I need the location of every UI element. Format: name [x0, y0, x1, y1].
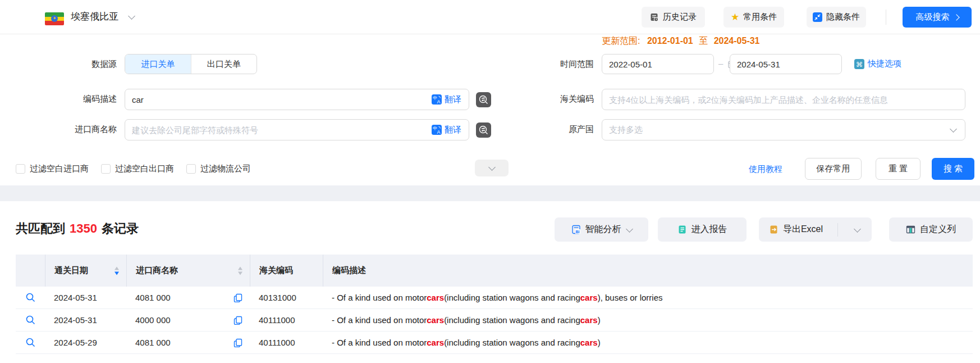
country-selector[interactable]: 埃塞俄比亚 — [71, 10, 134, 23]
checkbox-icon[interactable] — [186, 164, 196, 174]
search-button[interactable]: 搜 索 — [932, 158, 974, 180]
summary-suffix: 条记录 — [102, 221, 139, 235]
checkbox-filter-logistics[interactable]: 过滤物流公司 — [186, 164, 251, 174]
importer-name-label: 进口商名称 — [47, 124, 117, 135]
date-from-input[interactable] — [602, 55, 727, 74]
translate-icon: 中A — [432, 125, 442, 135]
importer-name-input[interactable] — [125, 120, 432, 140]
sort-date-control[interactable] — [115, 266, 119, 275]
export-excel-button[interactable]: 导出Excel — [759, 217, 872, 242]
ethiopia-flag-icon: ✦ — [45, 12, 64, 25]
exact-match-toggle[interactable] — [476, 92, 491, 107]
date-range-separator: – — [718, 58, 723, 68]
custom-columns-label: 自定义列 — [920, 224, 956, 235]
export-excel-label: 导出Excel — [783, 224, 823, 235]
favorites-label: 常用条件 — [743, 12, 777, 22]
advanced-search-button[interactable]: 高级搜索 — [903, 7, 972, 28]
exact-match-toggle[interactable] — [476, 122, 491, 138]
hide-conditions-button[interactable]: 隐藏条件 — [807, 7, 866, 28]
date-to-field[interactable] — [730, 54, 842, 74]
report-icon — [677, 225, 687, 234]
magnifier-icon[interactable] — [25, 337, 36, 348]
expand-panel-button[interactable] — [475, 160, 509, 176]
hs-code-cell: 40111000 — [250, 309, 323, 331]
button-divider — [837, 223, 838, 237]
translate-button[interactable]: 中A 翻译 — [432, 94, 469, 105]
custom-columns-button[interactable]: 自定义列 — [889, 217, 973, 242]
header-clearance-date: 通关日期 — [45, 255, 126, 287]
star-icon: ★ — [731, 12, 739, 22]
header-code-description: 编码描述 — [323, 255, 973, 287]
hs-code-cell: 40111000 — [250, 332, 323, 353]
date-from-field[interactable] — [602, 54, 714, 74]
sort-asc-icon[interactable] — [115, 266, 119, 270]
favorites-button[interactable]: ★ 常用条件 — [723, 7, 784, 28]
data-source-tabs: 进口关单 出口关单 — [125, 54, 257, 74]
hs-code-input[interactable] — [602, 89, 965, 110]
update-range-label: 更新范围: — [602, 36, 640, 46]
translate-label: 翻译 — [445, 125, 461, 135]
checkbox-label: 过滤物流公司 — [200, 164, 251, 174]
code-description-input[interactable] — [125, 89, 432, 110]
tab-export-declarations[interactable]: 出口关单 — [191, 55, 257, 74]
quick-options-label: 快捷选项 — [868, 58, 901, 69]
importer-name-field[interactable]: 中A 翻译 — [125, 119, 469, 140]
quick-options-link[interactable]: ⌘ 快捷选项 — [854, 58, 901, 69]
tutorial-link[interactable]: 使用教程 — [749, 164, 782, 175]
smart-analysis-button[interactable]: BI 智能分析 — [555, 217, 648, 242]
checkbox-filter-blank-importer[interactable]: 过滤空白进口商 — [16, 164, 89, 174]
table-row[interactable]: 2024-05-29 4081 000 40111000 - Of a kind… — [16, 332, 973, 354]
code-description-cell: - Of a kind used on motor cars (includin… — [323, 332, 973, 353]
origin-country-label: 原产国 — [533, 124, 594, 135]
magnifier-icon[interactable] — [25, 315, 36, 325]
excel-icon — [769, 225, 778, 234]
table-row[interactable]: 2024-05-31 4000 000 40111000 - Of a kind… — [16, 309, 973, 332]
hs-code-field[interactable] — [602, 89, 965, 110]
chevron-down-icon — [488, 164, 496, 171]
chevron-down-icon — [854, 225, 861, 233]
summary-count: 1350 — [70, 221, 97, 235]
copy-icon[interactable] — [233, 316, 242, 325]
sort-asc-icon[interactable] — [238, 266, 242, 270]
chevron-down-icon — [626, 225, 633, 233]
checkbox-filter-blank-exporter[interactable]: 过滤空白出口商 — [101, 164, 174, 174]
copy-icon[interactable] — [233, 293, 242, 302]
save-common-button[interactable]: 保存常用 — [805, 158, 862, 180]
hide-conditions-label: 隐藏条件 — [826, 12, 860, 22]
copy-icon[interactable] — [233, 338, 242, 347]
translate-label: 翻译 — [445, 94, 461, 105]
header-action-column — [16, 255, 45, 287]
code-description-field[interactable]: 中A 翻译 — [125, 89, 469, 110]
magnifier-icon[interactable] — [25, 292, 36, 303]
checkbox-icon[interactable] — [101, 164, 111, 174]
table-row[interactable]: 2024-05-31 4081 000 40131000 - Of a kind… — [16, 287, 973, 309]
code-description-label: 编码描述 — [56, 94, 117, 105]
export-options-button[interactable] — [842, 228, 872, 232]
code-description-cell: - Of a kind used on motor cars (includin… — [323, 287, 973, 308]
header-hs-code: 海关编码 — [250, 255, 323, 287]
translate-button[interactable]: 中A 翻译 — [432, 125, 469, 135]
collapse-icon — [813, 12, 822, 22]
hs-code-cell: 40131000 — [250, 287, 323, 308]
reset-button[interactable]: 重 置 — [876, 158, 921, 180]
checkbox-icon[interactable] — [16, 164, 25, 174]
hs-code-label: 海关编码 — [533, 94, 594, 105]
enter-report-button[interactable]: 进入报告 — [658, 217, 747, 242]
update-range-to: 2024-05-31 — [714, 36, 760, 46]
top-bar: ✦ 埃塞俄比亚 历史记录 ★ 常用条件 隐藏条件 高级搜索 — [0, 0, 980, 34]
update-range-from: 2012-01-01 — [647, 36, 693, 46]
tab-import-declarations[interactable]: 进口关单 — [125, 55, 191, 74]
clearance-date-cell: 2024-05-31 — [45, 287, 126, 308]
export-excel-main[interactable]: 导出Excel — [759, 224, 833, 235]
checkbox-label: 过滤空白出口商 — [115, 164, 174, 174]
row-detail-cell — [16, 332, 45, 353]
table-header: 通关日期 进口商名称 海关编码 编码描述 — [16, 255, 973, 287]
sort-desc-icon[interactable] — [238, 271, 242, 275]
sort-importer-control[interactable] — [238, 266, 242, 275]
origin-country-select[interactable]: 支持多选 — [602, 119, 965, 140]
history-button[interactable]: 历史记录 — [642, 7, 705, 28]
code-description-cell: - Of a kind used on motor cars (includin… — [323, 309, 973, 331]
sort-desc-icon[interactable] — [115, 271, 119, 275]
enter-report-label: 进入报告 — [692, 224, 727, 235]
date-to-input[interactable] — [730, 55, 855, 74]
